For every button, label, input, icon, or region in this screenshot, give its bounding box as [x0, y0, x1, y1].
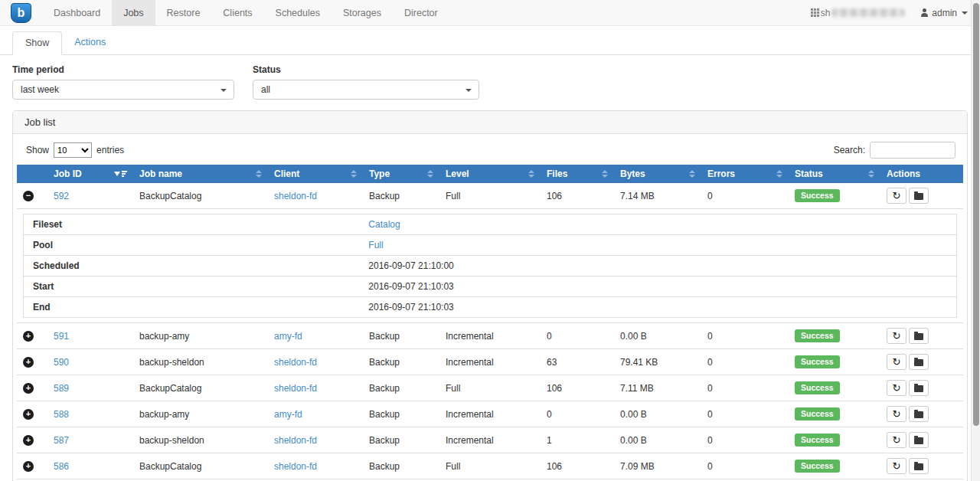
scrollbar-thumb[interactable]: [973, 3, 979, 426]
refresh-icon: ↻: [893, 409, 901, 419]
job-name: BackupCatalog: [139, 191, 201, 201]
column-header-level[interactable]: Level: [439, 165, 541, 183]
job-name: BackupCatalog: [139, 461, 201, 472]
job-name: backup-sheldon: [139, 357, 204, 368]
host-selector[interactable]: sh: [811, 8, 906, 18]
client-link[interactable]: sheldon-fd: [274, 435, 317, 446]
browse-files-button[interactable]: [909, 354, 929, 370]
user-menu[interactable]: admin: [920, 8, 968, 18]
nav-item-director[interactable]: Director: [393, 0, 449, 25]
search-input[interactable]: [870, 142, 956, 159]
job-name: backup-sheldon: [139, 435, 204, 446]
nav-item-jobs[interactable]: Jobs: [112, 0, 155, 25]
column-label: Level: [446, 169, 469, 179]
browse-files-button[interactable]: [909, 406, 929, 422]
expand-row-button[interactable]: +: [23, 331, 34, 342]
page-size-select[interactable]: 10: [54, 142, 92, 158]
rerun-job-button[interactable]: ↻: [887, 328, 906, 344]
client-link[interactable]: sheldon-fd: [274, 191, 317, 201]
status-filter: Status all: [253, 64, 479, 100]
expand-row-button[interactable]: +: [23, 461, 34, 472]
collapse-row-button[interactable]: −: [23, 191, 34, 201]
job-id-link[interactable]: 588: [54, 409, 69, 420]
browse-files-button[interactable]: [909, 328, 929, 344]
detail-value: 2016-09-07 21:10:00: [368, 260, 453, 271]
folder-icon: [914, 411, 923, 418]
column-header-job-id[interactable]: Job ID: [47, 165, 133, 183]
panel-title: Job list: [13, 111, 967, 134]
client-link[interactable]: sheldon-fd: [274, 357, 317, 368]
browse-files-button[interactable]: [909, 432, 929, 448]
client-link[interactable]: sheldon-fd: [274, 383, 317, 394]
column-header-expand: [17, 165, 47, 183]
client-link[interactable]: amy-fd: [274, 409, 302, 420]
nav-item-schedules[interactable]: Schedules: [264, 0, 332, 25]
nav-item-storages[interactable]: Storages: [332, 0, 393, 25]
detail-row: PoolFull: [24, 235, 957, 256]
column-header-status[interactable]: Status: [789, 165, 880, 183]
column-header-job-name[interactable]: Job name: [133, 165, 268, 183]
tab-actions[interactable]: Actions: [62, 31, 118, 55]
job-id-link[interactable]: 587: [54, 435, 69, 446]
column-header-client[interactable]: Client: [268, 165, 363, 183]
detail-row: Start2016-09-07 21:10:03: [24, 276, 957, 297]
column-header-files[interactable]: Files: [541, 165, 614, 183]
job-id-link[interactable]: 591: [54, 331, 69, 342]
column-header-type[interactable]: Type: [363, 165, 439, 183]
job-id-link[interactable]: 586: [54, 461, 69, 472]
app-logo[interactable]: b: [0, 0, 42, 25]
job-id-link[interactable]: 589: [54, 383, 69, 394]
table-row: +589BackupCatalogsheldon-fdBackupFull106…: [17, 375, 963, 401]
jobs-table: Job IDJob nameClientTypeLevelFilesBytesE…: [17, 165, 963, 481]
job-bytes: 7.14 MB: [620, 191, 655, 201]
job-level: Incremental: [446, 409, 494, 420]
expand-row-button[interactable]: +: [23, 435, 34, 446]
time-period-select[interactable]: last week: [12, 80, 234, 100]
jobs-header-row: Job IDJob nameClientTypeLevelFilesBytesE…: [17, 165, 963, 183]
nav-item-restore[interactable]: Restore: [155, 0, 212, 25]
client-link[interactable]: amy-fd: [274, 331, 302, 342]
status-value: all: [261, 84, 270, 95]
detail-label: Fileset: [33, 219, 62, 230]
detail-label: Start: [33, 281, 54, 292]
page-scrollbar: [971, 0, 980, 481]
expand-row-button[interactable]: +: [23, 357, 34, 368]
status-select[interactable]: all: [253, 80, 479, 100]
status-badge: Success: [795, 460, 840, 473]
expand-row-button[interactable]: +: [23, 383, 34, 394]
job-files: 106: [547, 383, 562, 394]
column-header-errors[interactable]: Errors: [701, 165, 789, 183]
table-row: +588backup-amyamy-fdBackupIncremental00.…: [17, 401, 963, 427]
detail-row: End2016-09-07 21:10:03: [24, 297, 957, 318]
rerun-job-button[interactable]: ↻: [887, 188, 906, 204]
table-row: +591backup-amyamy-fdBackupIncremental00.…: [17, 323, 963, 349]
column-label: Bytes: [620, 169, 645, 179]
browse-files-button[interactable]: [909, 188, 929, 204]
client-link[interactable]: sheldon-fd: [274, 461, 317, 472]
detail-value-link[interactable]: Catalog: [368, 219, 400, 230]
chevron-down-icon: [962, 11, 968, 15]
detail-value-link[interactable]: Full: [368, 240, 383, 250]
job-bytes: 7.09 MB: [620, 461, 655, 472]
rerun-job-button[interactable]: ↻: [887, 458, 906, 474]
browse-files-button[interactable]: [909, 458, 929, 474]
folder-icon: [914, 463, 923, 470]
tab-show[interactable]: Show: [12, 31, 62, 55]
job-id-link[interactable]: 592: [54, 191, 69, 201]
browse-files-button[interactable]: [909, 380, 929, 396]
expand-row-button[interactable]: +: [23, 409, 34, 420]
column-header-bytes[interactable]: Bytes: [614, 165, 701, 183]
job-files: 106: [547, 191, 562, 201]
rerun-job-button[interactable]: ↻: [887, 380, 906, 396]
job-list-panel: Job list Show 10 entries Search: Job IDJ…: [12, 110, 968, 481]
rerun-job-button[interactable]: ↻: [887, 354, 906, 370]
nav-item-clients[interactable]: Clients: [211, 0, 263, 25]
job-id-link[interactable]: 590: [54, 357, 69, 368]
job-level: Full: [446, 191, 460, 201]
rerun-job-button[interactable]: ↻: [887, 406, 906, 422]
nav-item-dashboard[interactable]: Dashboard: [42, 0, 112, 25]
job-files: 63: [547, 357, 557, 368]
job-type: Backup: [369, 461, 400, 472]
status-badge: Success: [795, 189, 840, 202]
rerun-job-button[interactable]: ↻: [887, 432, 906, 448]
